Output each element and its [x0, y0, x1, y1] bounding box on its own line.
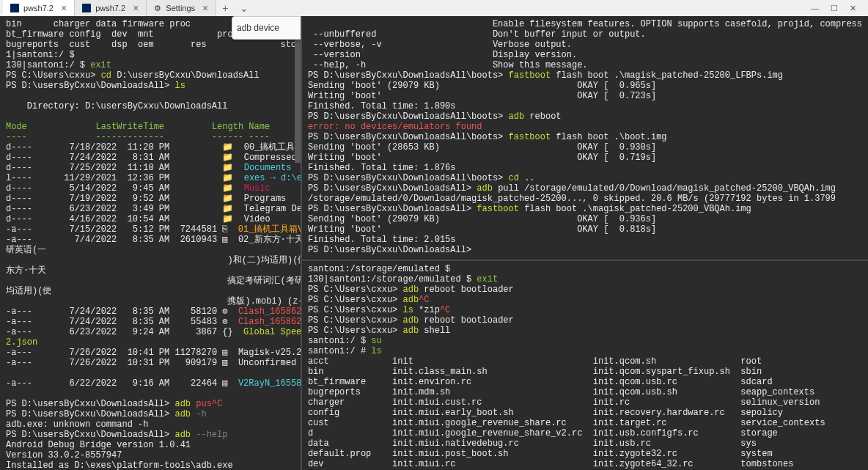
prompt-line: PS D:\usersByCxxu\DownloadsAll\boots> ad… — [308, 111, 862, 122]
search-box: ↑ ↓ Aa ✕ — [232, 16, 301, 40]
list-item: bin init.class_main.sh init.qcom.syspart… — [308, 367, 862, 377]
prompt-line: PS C:\Users\cxxu> adb shell — [308, 326, 862, 336]
output-line: Directory: D:\usersByCxxu\DownloadsAll — [6, 101, 295, 111]
output-line: Installed as D:\exes\platform-tools\adb.… — [6, 460, 295, 470]
prompt-line: PS D:\usersByCxxu\DownloadsAll> — [308, 245, 862, 255]
close-icon[interactable]: × — [202, 2, 208, 14]
prompt-line: PS C:\Users\cxxu> adb reboot bootloader — [308, 315, 862, 326]
prompt-line: PS D:\usersByCxxu\DownloadsAll> adb pull… — [308, 183, 862, 194]
prompt-line: PS C:\Users\cxxu> cd D:\usersByCxxu\Down… — [6, 70, 295, 81]
prompt-line: PS C:\Users\cxxu> adb reboot bootloader — [308, 284, 862, 295]
tab-pwsh-1[interactable]: pwsh7.2 × — [3, 0, 75, 16]
list-item: data init.miui.nativedebug.rc init.usb.r… — [308, 438, 862, 449]
output-line: 搞定考研词汇(考研英语(一)和(二) — [6, 276, 295, 286]
prompt-line: PS C:\Users\cxxu> ls *zip^C — [308, 305, 862, 315]
terminal-panes: ↑ ↓ Aa ✕ bin charger data firmware proc … — [0, 16, 868, 470]
tab-menu-button[interactable]: ⌄ — [234, 2, 254, 14]
output-line: Android Debug Bridge version 1.0.41 — [6, 440, 295, 450]
table-row: -a--- 7/24/2022 8:35 AM 58120 ⚙ Clash_16… — [6, 306, 295, 317]
search-input[interactable] — [237, 23, 301, 33]
output-line: 均适用)(便 — [6, 286, 295, 296]
table-row: d---- 7/19/2022 9:52 AM 📁 Programs — [6, 194, 295, 204]
powershell-icon — [10, 4, 19, 12]
list-item: d init.miui.google_revenue_share_v2.rc i… — [308, 428, 862, 438]
tab-label: pwsh7.2 — [23, 4, 54, 12]
table-row: d---- 5/14/2022 9:45 AM 📁 Music — [6, 183, 295, 194]
table-row: -a--- 6/22/2022 9:16 AM 22464 ▤ V2RayN_1… — [6, 378, 295, 389]
output-line: error: no devices/emulators found — [308, 122, 862, 132]
output-line — [6, 389, 295, 399]
prompt-line: PS D:\usersByCxxu\DownloadsAll\boots> cd… — [308, 173, 862, 183]
tab-label: Settings — [166, 4, 195, 12]
output-line — [6, 91, 295, 101]
maximize-button[interactable]: ☐ — [831, 4, 838, 13]
close-button[interactable]: ✕ — [850, 4, 856, 13]
prompt-line: PS D:\usersByCxxu\DownloadsAll\boots> fa… — [308, 70, 862, 81]
new-tab-button[interactable]: + — [216, 2, 234, 14]
gear-icon: ⚙ — [154, 4, 161, 13]
output-line: 东方·十天 — [6, 265, 295, 276]
output-line: adb.exe: unknown command -h — [6, 419, 295, 430]
terminal-right-split: Enable filesystem features. OPTION suppo… — [301, 16, 868, 470]
tab-pwsh-2[interactable]: pwsh7.2 × — [75, 0, 147, 16]
terminal-pane-left[interactable]: ↑ ↓ Aa ✕ bin charger data firmware proc … — [0, 16, 301, 470]
prompt-line: PS D:\usersByCxxu\DownloadsAll> ls — [6, 81, 295, 91]
table-row: -a--- 6/23/2022 9:24 AM 3867 {} Global S… — [6, 327, 295, 337]
table-row: -a--- 7/26/2022 10:31 PM 909179 ▤ Unconf… — [6, 358, 295, 368]
table-row: d---- 7/18/2022 11:20 PM 📁 00_搞机工具箱V9.01 — [6, 142, 295, 153]
terminal-pane-right-top[interactable]: Enable filesystem features. OPTION suppo… — [302, 16, 868, 260]
output-line: bugreports cust dsp oem res storage vend… — [6, 40, 295, 50]
output-line: Sending 'boot' (29079 KB) OKAY [ 0.936s] — [308, 214, 862, 224]
list-item: cust init.miui.google_revenue_share.rc i… — [308, 418, 862, 428]
list-item: bugreports init.mdm.sh init.qcom.usb.sh … — [308, 387, 862, 397]
output-line: Sending 'boot' (28653 KB) OKAY [ 0.930s] — [308, 142, 862, 153]
output-line: Writing 'boot' OKAY [ 0.723s] — [308, 91, 862, 101]
close-icon[interactable]: × — [61, 2, 67, 14]
output-line — [6, 111, 295, 122]
prompt-line: 130|santoni:/storage/emulated $ exit — [308, 274, 862, 284]
output-line: --help, -h Show this message. — [308, 60, 862, 70]
output-line: 研英语(一 — [6, 245, 295, 255]
prompt-line: PS D:\usersByCxxu\DownloadsAll> fastboot… — [308, 204, 862, 214]
terminal-pane-right-bottom[interactable]: santoni:/storage/emulated $ 130|santoni:… — [302, 260, 868, 470]
list-item: bt_firmware init.environ.rc init.qcom.us… — [308, 377, 862, 387]
list-item: charger init.miui.cust.rc init.rc selinu… — [308, 397, 862, 408]
prompt-line: PS D:\usersByCxxu\DownloadsAll\boots> fa… — [308, 132, 862, 142]
powershell-icon — [82, 4, 91, 12]
prompt-line: santoni:/ $ su — [308, 336, 862, 346]
prompt-line: santoni:/ # ls — [308, 346, 862, 356]
table-divider: ---- ------------- ------ ---- — [6, 132, 295, 142]
table-row: -a--- 7/15/2022 5:12 PM 7244581 ⎘ 01_搞机工… — [6, 224, 295, 235]
output-line: santoni:/storage/emulated $ — [308, 264, 862, 274]
table-row: l---- 11/29/2021 12:36 PM 📁 exes → d:\ex… — [6, 173, 295, 183]
output-line — [6, 368, 295, 378]
output-line: Sending 'boot' (29079 KB) OKAY [ 0.965s] — [308, 81, 862, 91]
output-line: /storage/emulated/0/Download/magisk_patc… — [308, 194, 862, 204]
list-item: default.prop init.miui.post_boot.sh init… — [308, 449, 862, 459]
prompt-line: 130|santoni:/ $ exit — [6, 60, 295, 70]
table-row: d---- 7/24/2022 8:31 AM 📁 Compressed — [6, 153, 295, 163]
close-icon[interactable]: × — [133, 2, 139, 14]
table-row: d---- 7/25/2022 11:10 AM 📁 Documents — [6, 163, 295, 173]
window-controls: — ☐ ✕ — [811, 4, 865, 13]
output-line: --version Display version. — [308, 50, 862, 60]
output-line: Version 33.0.2-8557947 — [6, 450, 295, 460]
list-item: config init.miui.early_boot.sh init.reco… — [308, 408, 862, 418]
output-line: --verbose, -v Verbose output. — [308, 40, 862, 50]
list-item: dev init.miui.rc init.zygote64_32.rc tom… — [308, 459, 862, 469]
minimize-button[interactable]: — — [811, 4, 819, 13]
output-line: --unbuffered Don't buffer input or outpu… — [308, 29, 862, 40]
list-item: acct init init.qcom.sh root — [308, 356, 862, 367]
prompt-line: PS D:\usersByCxxu\DownloadsAll> adb pus^… — [6, 399, 295, 409]
output-line: Finished. Total time: 1.890s — [308, 101, 862, 111]
output-line: Writing 'boot' OKAY [ 0.818s] — [308, 224, 862, 235]
table-row: d---- 4/16/2022 10:54 AM 📁 Video — [6, 214, 295, 224]
output-line: 1|santoni:/ $ — [6, 50, 295, 60]
table-row: d---- 6/23/2022 3:49 PM 📁 Telegram Deskt… — [6, 204, 295, 214]
prompt-line: PS D:\usersByCxxu\DownloadsAll> adb -h — [6, 409, 295, 419]
output-line: )和(二)均适用)(便携版).mobi ( 新 — [6, 255, 295, 265]
tab-settings[interactable]: ⚙ Settings × — [147, 0, 216, 16]
prompt-line: PS C:\Users\cxxu> adb^C — [308, 295, 862, 305]
output-line: Finished. Total time: 2.015s — [308, 235, 862, 245]
output-line: Finished. Total time: 1.876s — [308, 163, 862, 173]
